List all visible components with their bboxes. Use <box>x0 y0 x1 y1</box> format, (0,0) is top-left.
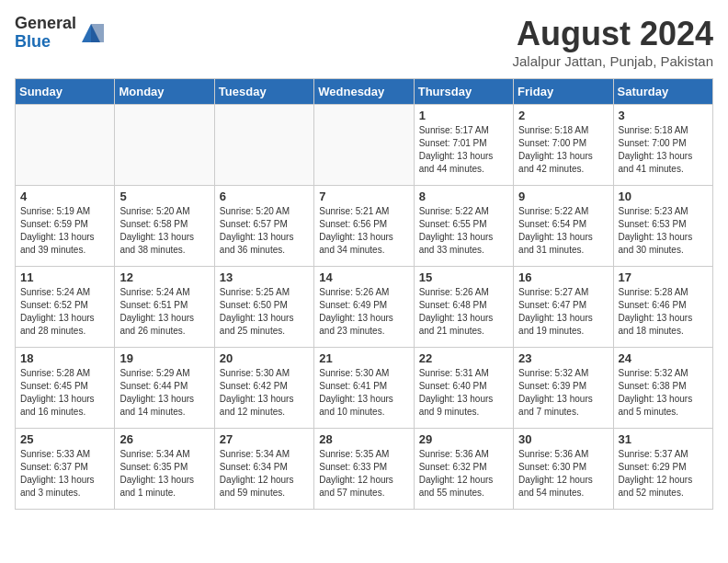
day-number: 4 <box>20 190 109 203</box>
day-info: Sunrise: 5:28 AM Sunset: 6:45 PM Dayligh… <box>20 367 109 419</box>
calendar-cell: 10Sunrise: 5:23 AM Sunset: 6:53 PM Dayli… <box>613 186 712 267</box>
day-number: 8 <box>419 190 508 203</box>
week-row-3: 11Sunrise: 5:24 AM Sunset: 6:52 PM Dayli… <box>16 267 713 348</box>
weekday-header-friday: Friday <box>514 79 613 105</box>
day-info: Sunrise: 5:21 AM Sunset: 6:56 PM Dayligh… <box>319 205 408 257</box>
weekday-header-saturday: Saturday <box>613 79 712 105</box>
title-section: August 2024 Jalalpur Jattan, Punjab, Pak… <box>513 15 713 69</box>
day-info: Sunrise: 5:33 AM Sunset: 6:37 PM Dayligh… <box>20 448 109 500</box>
calendar-cell: 4Sunrise: 5:19 AM Sunset: 6:59 PM Daylig… <box>16 186 115 267</box>
calendar-cell: 9Sunrise: 5:22 AM Sunset: 6:54 PM Daylig… <box>514 186 613 267</box>
calendar-cell: 25Sunrise: 5:33 AM Sunset: 6:37 PM Dayli… <box>16 429 115 510</box>
day-info: Sunrise: 5:24 AM Sunset: 6:51 PM Dayligh… <box>119 286 209 338</box>
day-number: 1 <box>419 109 508 122</box>
day-info: Sunrise: 5:27 AM Sunset: 6:47 PM Dayligh… <box>518 286 608 338</box>
day-number: 6 <box>220 190 309 203</box>
day-number: 10 <box>619 190 708 203</box>
logo-icon <box>78 20 104 46</box>
calendar-table: SundayMondayTuesdayWednesdayThursdayFrid… <box>15 78 713 510</box>
month-title: August 2024 <box>513 15 713 53</box>
logo-blue-text: Blue <box>15 33 76 52</box>
day-info: Sunrise: 5:28 AM Sunset: 6:46 PM Dayligh… <box>619 286 708 338</box>
calendar-cell: 27Sunrise: 5:34 AM Sunset: 6:34 PM Dayli… <box>214 429 313 510</box>
day-info: Sunrise: 5:20 AM Sunset: 6:58 PM Dayligh… <box>119 205 209 257</box>
calendar-cell <box>115 105 214 186</box>
day-number: 29 <box>419 432 508 446</box>
day-number: 13 <box>220 270 309 284</box>
day-number: 25 <box>20 432 109 446</box>
calendar-body: 1Sunrise: 5:17 AM Sunset: 7:01 PM Daylig… <box>16 105 713 510</box>
calendar-cell: 31Sunrise: 5:37 AM Sunset: 6:29 PM Dayli… <box>613 429 712 510</box>
day-number: 24 <box>619 351 708 365</box>
day-info: Sunrise: 5:22 AM Sunset: 6:55 PM Dayligh… <box>419 205 508 257</box>
day-number: 3 <box>619 109 708 122</box>
page-header: General Blue August 2024 Jalalpur Jattan… <box>15 15 713 69</box>
day-info: Sunrise: 5:19 AM Sunset: 6:59 PM Dayligh… <box>20 205 109 257</box>
day-info: Sunrise: 5:30 AM Sunset: 6:42 PM Dayligh… <box>220 367 309 419</box>
calendar-cell: 5Sunrise: 5:20 AM Sunset: 6:58 PM Daylig… <box>115 186 214 267</box>
calendar-cell: 6Sunrise: 5:20 AM Sunset: 6:57 PM Daylig… <box>214 186 313 267</box>
location-title: Jalalpur Jattan, Punjab, Pakistan <box>513 53 713 69</box>
day-info: Sunrise: 5:25 AM Sunset: 6:50 PM Dayligh… <box>220 286 309 338</box>
day-info: Sunrise: 5:34 AM Sunset: 6:35 PM Dayligh… <box>119 448 209 500</box>
weekday-header-thursday: Thursday <box>414 79 513 105</box>
calendar-cell: 20Sunrise: 5:30 AM Sunset: 6:42 PM Dayli… <box>214 348 313 429</box>
day-info: Sunrise: 5:36 AM Sunset: 6:30 PM Dayligh… <box>518 448 608 500</box>
calendar-cell: 7Sunrise: 5:21 AM Sunset: 6:56 PM Daylig… <box>314 186 414 267</box>
weekday-header-sunday: Sunday <box>16 79 115 105</box>
calendar-cell: 28Sunrise: 5:35 AM Sunset: 6:33 PM Dayli… <box>314 429 414 510</box>
calendar-cell: 17Sunrise: 5:28 AM Sunset: 6:46 PM Dayli… <box>613 267 712 348</box>
day-number: 2 <box>518 109 608 122</box>
day-info: Sunrise: 5:18 AM Sunset: 7:00 PM Dayligh… <box>518 124 608 176</box>
calendar-cell: 3Sunrise: 5:18 AM Sunset: 7:00 PM Daylig… <box>613 105 712 186</box>
weekday-header-monday: Monday <box>115 79 214 105</box>
day-info: Sunrise: 5:32 AM Sunset: 6:38 PM Dayligh… <box>619 367 708 419</box>
weekday-header-tuesday: Tuesday <box>214 79 313 105</box>
calendar-header: SundayMondayTuesdayWednesdayThursdayFrid… <box>16 79 713 105</box>
day-number: 9 <box>518 190 608 203</box>
day-info: Sunrise: 5:32 AM Sunset: 6:39 PM Dayligh… <box>518 367 608 419</box>
week-row-2: 4Sunrise: 5:19 AM Sunset: 6:59 PM Daylig… <box>16 186 713 267</box>
day-info: Sunrise: 5:26 AM Sunset: 6:49 PM Dayligh… <box>319 286 408 338</box>
calendar-cell: 16Sunrise: 5:27 AM Sunset: 6:47 PM Dayli… <box>514 267 613 348</box>
calendar-cell: 21Sunrise: 5:30 AM Sunset: 6:41 PM Dayli… <box>314 348 414 429</box>
day-number: 7 <box>319 190 408 203</box>
logo-general-text: General <box>15 15 76 33</box>
day-info: Sunrise: 5:18 AM Sunset: 7:00 PM Dayligh… <box>619 124 708 176</box>
day-number: 23 <box>518 351 608 365</box>
day-info: Sunrise: 5:36 AM Sunset: 6:32 PM Dayligh… <box>419 448 508 500</box>
calendar-cell: 24Sunrise: 5:32 AM Sunset: 6:38 PM Dayli… <box>613 348 712 429</box>
day-info: Sunrise: 5:17 AM Sunset: 7:01 PM Dayligh… <box>419 124 508 176</box>
calendar-cell: 8Sunrise: 5:22 AM Sunset: 6:55 PM Daylig… <box>414 186 513 267</box>
weekday-row: SundayMondayTuesdayWednesdayThursdayFrid… <box>16 79 713 105</box>
day-number: 11 <box>20 270 109 284</box>
calendar-cell: 13Sunrise: 5:25 AM Sunset: 6:50 PM Dayli… <box>214 267 313 348</box>
week-row-5: 25Sunrise: 5:33 AM Sunset: 6:37 PM Dayli… <box>16 429 713 510</box>
day-info: Sunrise: 5:26 AM Sunset: 6:48 PM Dayligh… <box>419 286 508 338</box>
calendar-cell: 26Sunrise: 5:34 AM Sunset: 6:35 PM Dayli… <box>115 429 214 510</box>
calendar-cell: 18Sunrise: 5:28 AM Sunset: 6:45 PM Dayli… <box>16 348 115 429</box>
calendar-cell: 30Sunrise: 5:36 AM Sunset: 6:30 PM Dayli… <box>514 429 613 510</box>
day-info: Sunrise: 5:34 AM Sunset: 6:34 PM Dayligh… <box>220 448 309 500</box>
day-info: Sunrise: 5:23 AM Sunset: 6:53 PM Dayligh… <box>619 205 708 257</box>
day-number: 14 <box>319 270 408 284</box>
day-number: 30 <box>518 432 608 446</box>
calendar-cell: 12Sunrise: 5:24 AM Sunset: 6:51 PM Dayli… <box>115 267 214 348</box>
day-info: Sunrise: 5:20 AM Sunset: 6:57 PM Dayligh… <box>220 205 309 257</box>
calendar-cell: 29Sunrise: 5:36 AM Sunset: 6:32 PM Dayli… <box>414 429 513 510</box>
day-number: 19 <box>119 351 209 365</box>
day-number: 22 <box>419 351 508 365</box>
calendar-cell: 23Sunrise: 5:32 AM Sunset: 6:39 PM Dayli… <box>514 348 613 429</box>
day-number: 18 <box>20 351 109 365</box>
day-number: 21 <box>319 351 408 365</box>
day-info: Sunrise: 5:29 AM Sunset: 6:44 PM Dayligh… <box>119 367 209 419</box>
calendar-cell <box>314 105 414 186</box>
day-number: 12 <box>119 270 209 284</box>
calendar-cell: 14Sunrise: 5:26 AM Sunset: 6:49 PM Dayli… <box>314 267 414 348</box>
day-number: 15 <box>419 270 508 284</box>
day-number: 28 <box>319 432 408 446</box>
day-number: 27 <box>220 432 309 446</box>
week-row-4: 18Sunrise: 5:28 AM Sunset: 6:45 PM Dayli… <box>16 348 713 429</box>
logo: General Blue <box>15 15 104 52</box>
day-info: Sunrise: 5:24 AM Sunset: 6:52 PM Dayligh… <box>20 286 109 338</box>
